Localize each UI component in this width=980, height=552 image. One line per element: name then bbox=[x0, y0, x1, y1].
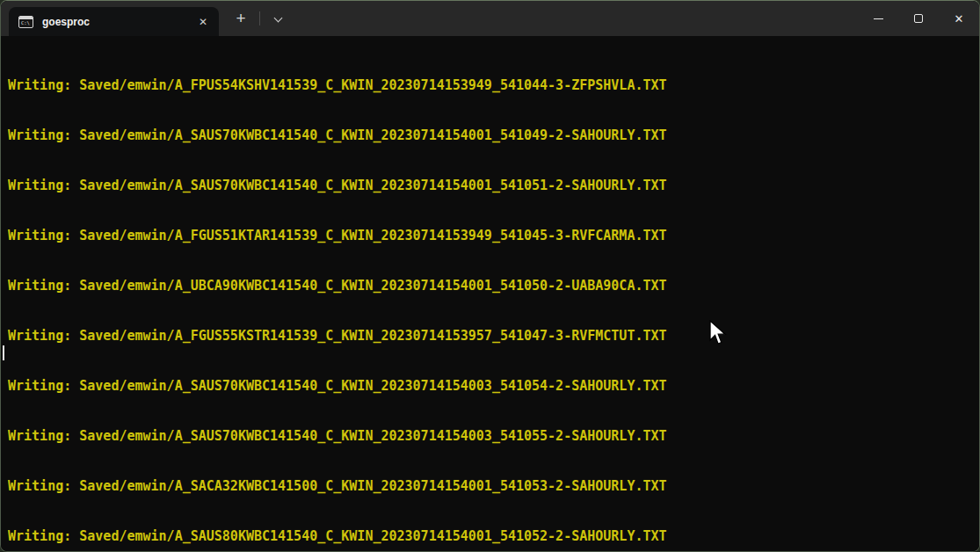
terminal-output-line: Writing: Saved/emwin/A_FGUS51KTAR141539_… bbox=[8, 228, 972, 244]
terminal-output-line: Writing: Saved/emwin/A_FPUS54KSHV141539_… bbox=[8, 77, 972, 94]
terminal-output-line: Writing: Saved/emwin/A_SAUS80KWBC141540_… bbox=[8, 528, 972, 545]
maximize-button[interactable] bbox=[898, 1, 939, 36]
terminal-output-line: Writing: Saved/emwin/A_SAUS70KWBC141540_… bbox=[8, 127, 972, 144]
tabbar-separator bbox=[259, 11, 260, 25]
close-button[interactable]: ✕ bbox=[939, 1, 979, 36]
titlebar[interactable]: C:\ goesproc ✕ + ✕ bbox=[1, 1, 979, 36]
tab-close-icon[interactable]: ✕ bbox=[192, 11, 214, 33]
window-controls: ✕ bbox=[858, 1, 979, 36]
new-tab-button[interactable]: + bbox=[227, 8, 255, 31]
text-cursor bbox=[3, 345, 4, 360]
tab-goesproc[interactable]: C:\ goesproc ✕ bbox=[9, 7, 219, 36]
terminal-output-line: Writing: Saved/emwin/A_SAUS70KWBC141540_… bbox=[8, 378, 972, 395]
terminal-output-line: Writing: Saved/emwin/A_SAUS70KWBC141540_… bbox=[8, 178, 972, 194]
tab-title: goesproc bbox=[42, 16, 192, 28]
terminal-output-line: Writing: Saved/emwin/A_UBCA90KWBC141540_… bbox=[8, 278, 972, 294]
command-prompt-icon-text: C:\ bbox=[19, 19, 33, 26]
tab-dropdown-button[interactable] bbox=[265, 8, 292, 31]
chevron-down-icon bbox=[274, 14, 283, 23]
terminal-output-line: Writing: Saved/emwin/A_FGUS55KSTR141539_… bbox=[8, 328, 972, 345]
command-prompt-icon: C:\ bbox=[18, 16, 33, 28]
terminal-output-line: Writing: Saved/emwin/A_SACA32KWBC141500_… bbox=[8, 478, 972, 495]
terminal-output[interactable]: Writing: Saved/emwin/A_FPUS54KSHV141539_… bbox=[1, 36, 979, 551]
maximize-icon bbox=[914, 14, 923, 23]
terminal-window: C:\ goesproc ✕ + ✕ Writing: Saved/emwin/… bbox=[0, 0, 980, 552]
terminal-output-line: Writing: Saved/emwin/A_SAUS70KWBC141540_… bbox=[8, 428, 972, 445]
minimize-button[interactable] bbox=[858, 1, 898, 36]
minimize-icon bbox=[874, 18, 883, 19]
